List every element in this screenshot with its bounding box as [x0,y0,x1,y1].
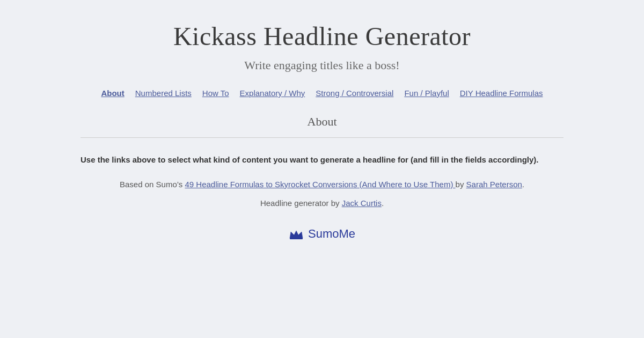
nav-item-fun[interactable]: Fun / Playful [399,87,454,99]
generator-author[interactable]: Jack Curtis [342,199,382,208]
section-divider [80,137,564,138]
credit-author[interactable]: Sarah Peterson [466,180,522,189]
nav-item-explanatory[interactable]: Explanatory / Why [235,87,311,99]
nav-item-about[interactable]: About [96,87,129,99]
page-title: Kickass Headline Generator [173,21,471,51]
credit-link[interactable]: 49 Headline Formulas to Skyrocket Conver… [185,180,455,189]
credit-prefix: Based on Sumo’s [120,180,185,189]
nav-item-diy[interactable]: DIY Headline Formulas [455,87,548,99]
generator-suffix: . [382,199,384,208]
generator-prefix: Headline generator by [260,199,342,208]
svg-marker-0 [290,231,303,238]
section-title: About [80,115,564,129]
sumome-section: SumoMe [80,227,564,241]
nav-bar: About Numbered Lists How To Explanatory … [96,87,548,99]
about-paragraph: Use the links above to select what kind … [80,153,564,167]
page-wrapper: Kickass Headline Generator Write engagin… [0,0,644,262]
nav-item-how-to[interactable]: How To [197,87,235,99]
credit-suffix: . [522,180,524,189]
nav-item-numbered-lists[interactable]: Numbered Lists [130,87,197,99]
crown-icon [289,229,304,239]
svg-rect-1 [290,238,303,239]
credit-by: by [456,180,466,189]
nav-item-strong[interactable]: Strong / Controversial [310,87,399,99]
page-subtitle: Write engaging titles like a boss! [244,58,399,72]
content-area: About Use the links above to select what… [80,115,564,241]
credit-line: Based on Sumo’s 49 Headline Formulas to … [80,180,564,189]
sumome-label: SumoMe [308,227,355,241]
generator-credit-line: Headline generator by Jack Curtis. [80,199,564,208]
